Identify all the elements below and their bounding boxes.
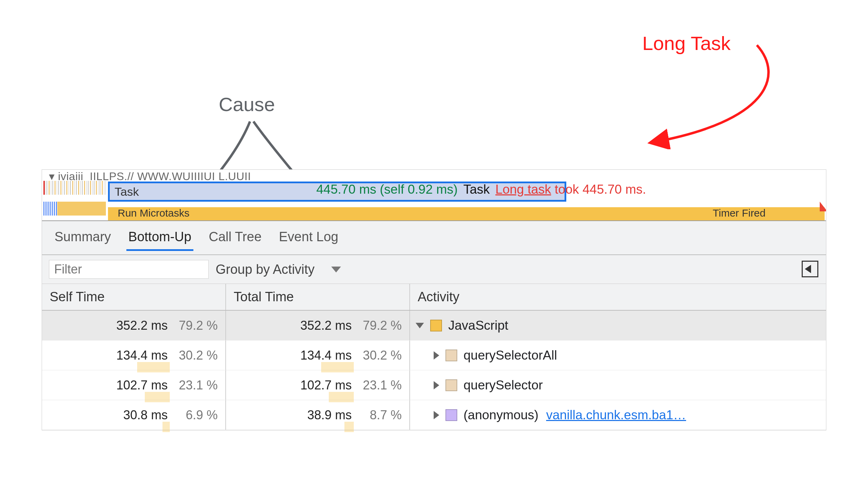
time-cell: 102.7 ms23.1 % — [226, 370, 410, 400]
table-row[interactable]: 30.8 ms6.9 %38.9 ms8.7 %(anonymous)vanil… — [42, 400, 826, 430]
ms-value: 352.2 ms — [116, 318, 168, 333]
source-link[interactable]: vanilla.chunk.esm.ba1… — [546, 408, 686, 422]
time-cell: 30.8 ms6.9 % — [42, 400, 226, 430]
pct-value: 6.9 % — [173, 408, 218, 422]
time-cell: 352.2 ms79.2 % — [42, 311, 226, 340]
long-task-arrow-icon — [635, 35, 795, 149]
time-cell: 352.2 ms79.2 % — [226, 311, 410, 340]
activity-name: querySelectorAll — [464, 348, 557, 363]
activity-name: JavaScript — [448, 318, 508, 333]
pct-value: 79.2 % — [357, 318, 402, 333]
run-microtasks-bar[interactable]: Run Microtasks — [118, 207, 190, 219]
col-self-time[interactable]: Self Time — [42, 284, 226, 310]
timer-fired-bar[interactable]: Timer Fired — [713, 207, 766, 219]
flame-chart-strip[interactable]: ▾ iviaiii IILLPS.// WWW.WUIIIIUI L.UUII … — [42, 170, 826, 221]
pct-value: 23.1 % — [357, 378, 402, 393]
ms-value: 102.7 ms — [300, 378, 352, 393]
chevron-down-icon — [331, 267, 341, 272]
annotation-cause: Cause — [219, 93, 275, 116]
ms-value: 134.4 ms — [300, 348, 352, 363]
activity-cell: JavaScript — [410, 311, 826, 340]
activity-name: (anonymous) — [464, 408, 539, 422]
minimap[interactable] — [43, 181, 106, 195]
activity-cell: (anonymous)vanilla.chunk.esm.ba1… — [410, 400, 826, 430]
show-heaviest-stack-button[interactable] — [802, 261, 818, 277]
pct-value: 8.7 % — [357, 408, 402, 422]
triangle-left-icon — [805, 265, 811, 273]
activity-cell: querySelectorAll — [410, 340, 826, 370]
pct-value: 79.2 % — [173, 318, 218, 333]
time-cell: 38.9 ms8.7 % — [226, 400, 410, 430]
annotation-long-task: Long Task — [642, 32, 731, 54]
category-swatch-icon — [445, 379, 457, 391]
activity-cell: querySelector — [410, 370, 826, 400]
category-swatch-icon — [430, 320, 442, 331]
column-headers: Self Time Total Time Activity — [42, 284, 826, 311]
col-total-time[interactable]: Total Time — [226, 284, 410, 310]
time-cell: 134.4 ms30.2 % — [226, 340, 410, 370]
group-by-dropdown[interactable]: Group by Activity — [216, 262, 341, 277]
details-tabs: Summary Bottom-Up Call Tree Event Log — [42, 221, 826, 255]
triangle-down-icon[interactable] — [416, 323, 424, 328]
filter-input[interactable] — [49, 260, 209, 279]
table-row[interactable]: 102.7 ms23.1 %102.7 ms23.1 %querySelecto… — [42, 370, 826, 400]
time-cell: 102.7 ms23.1 % — [42, 370, 226, 400]
pct-value: 30.2 % — [173, 348, 218, 363]
ms-value: 352.2 ms — [300, 318, 352, 333]
activity-name: querySelector — [464, 378, 543, 393]
task-tooltip: 445.70 ms (self 0.92 ms) Task Long task … — [316, 182, 646, 197]
ms-value: 102.7 ms — [116, 378, 168, 393]
devtools-performance-panel: ▾ iviaiii IILLPS.// WWW.WUIIIIUI L.UUII … — [42, 169, 826, 430]
category-swatch-icon — [445, 350, 457, 361]
bottom-up-rows: 352.2 ms79.2 %352.2 ms79.2 %JavaScript13… — [42, 311, 826, 430]
triangle-right-icon[interactable] — [434, 351, 439, 360]
tab-call-tree[interactable]: Call Tree — [207, 227, 264, 251]
tab-event-log[interactable]: Event Log — [277, 227, 340, 251]
time-cell: 134.4 ms30.2 % — [42, 340, 226, 370]
ms-value: 38.9 ms — [307, 408, 352, 422]
col-activity[interactable]: Activity — [410, 284, 826, 310]
table-row[interactable]: 352.2 ms79.2 %352.2 ms79.2 %JavaScript — [42, 311, 826, 340]
category-swatch-icon — [445, 409, 457, 421]
tab-summary[interactable]: Summary — [52, 227, 113, 251]
ms-value: 134.4 ms — [116, 348, 168, 363]
overflow-marker-icon — [820, 202, 826, 211]
triangle-right-icon[interactable] — [434, 411, 439, 419]
filter-bar: Group by Activity — [42, 255, 826, 284]
minimap2[interactable] — [43, 202, 106, 216]
ms-value: 30.8 ms — [123, 408, 168, 422]
triangle-right-icon[interactable] — [434, 381, 439, 389]
table-row[interactable]: 134.4 ms30.2 %134.4 ms30.2 %querySelecto… — [42, 340, 826, 370]
pct-value: 30.2 % — [357, 348, 402, 363]
flame-subrow[interactable]: Run Microtasks Timer Fired — [108, 207, 825, 221]
pct-value: 23.1 % — [173, 378, 218, 393]
tab-bottom-up[interactable]: Bottom-Up — [126, 227, 194, 251]
long-task-link[interactable]: Long task — [495, 182, 551, 196]
